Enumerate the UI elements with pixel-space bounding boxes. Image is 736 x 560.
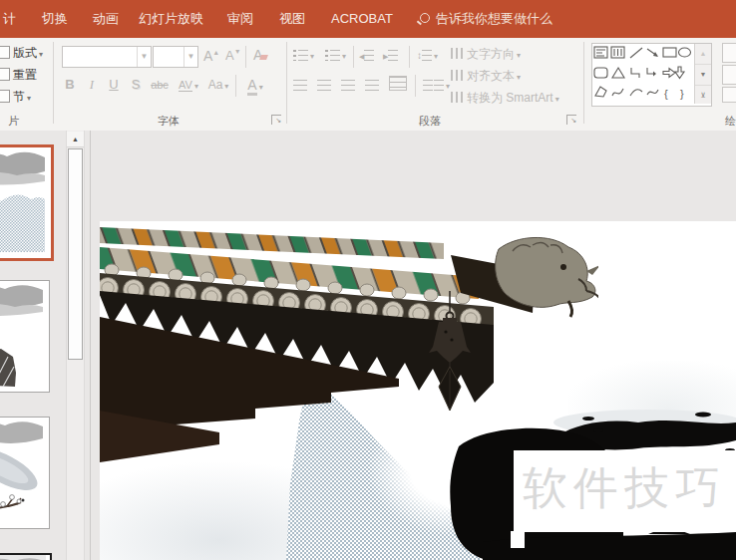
justify-button[interactable] <box>365 78 379 92</box>
thumbnail-4-preview <box>0 555 46 560</box>
distribute-button[interactable] <box>389 76 407 91</box>
smartart-icon <box>451 92 463 103</box>
grow-font-button[interactable]: A▲ <box>203 48 219 64</box>
font-name-combobox[interactable]: ▼ <box>62 46 152 68</box>
scroll-up-arrow[interactable]: ▲ <box>67 132 84 147</box>
numbering-button[interactable] <box>325 48 346 62</box>
powerpoint-window: 计 切换 动画 幻灯片放映 审阅 视图 ACROBAT 告诉我你想要做什么 版式… <box>0 0 736 560</box>
columns-icon <box>423 80 433 91</box>
search-icon <box>420 13 430 23</box>
small-separator <box>409 46 410 68</box>
justify-icon <box>365 80 379 91</box>
quick-styles-button-partial[interactable] <box>722 65 736 85</box>
italic-button[interactable]: I <box>84 75 100 95</box>
align-left-icon <box>293 80 307 91</box>
thumbnail-1-preview <box>0 147 45 252</box>
section-icon <box>0 90 10 103</box>
thumbnail-2-preview <box>0 281 43 388</box>
group-separator <box>53 42 54 124</box>
ribbon-tab-bar: 计 切换 动画 幻灯片放映 审阅 视图 ACROBAT 告诉我你想要做什么 <box>0 0 736 38</box>
workspace: ▲ <box>0 131 736 560</box>
align-center-icon <box>317 80 331 91</box>
shrink-font-button[interactable]: A▼ <box>225 48 241 63</box>
tell-me-search[interactable]: 告诉我你想要做什么 <box>436 0 552 38</box>
columns-button[interactable] <box>423 78 450 92</box>
group-separator <box>286 42 287 124</box>
chevron-down-icon[interactable]: ▼ <box>137 47 151 67</box>
panel-divider[interactable] <box>90 131 91 560</box>
shape-fill-button-partial[interactable] <box>722 87 736 103</box>
paragraph-group-label: 段落 <box>419 114 441 129</box>
indent-left-icon <box>364 50 374 61</box>
gallery-scroll-up[interactable]: ▲ <box>695 44 711 65</box>
small-separator <box>235 75 236 97</box>
svg-text:{: { <box>664 88 668 100</box>
text-shadow-button[interactable]: S <box>128 75 144 95</box>
slides-group-label: 片 <box>8 114 19 129</box>
align-right-icon <box>341 80 355 91</box>
bold-button[interactable]: B <box>62 75 78 95</box>
small-separator <box>415 75 416 97</box>
svg-text:}: } <box>680 88 684 100</box>
character-spacing-button[interactable]: AV <box>176 75 201 95</box>
align-left-button[interactable] <box>293 78 307 92</box>
tab-animations[interactable]: 动画 <box>93 0 119 38</box>
arrange-button-partial[interactable] <box>722 43 736 63</box>
layout-button[interactable]: 版式 <box>0 45 43 62</box>
bullets-icon <box>293 50 296 61</box>
align-text-button[interactable]: 对齐文本 <box>451 68 521 85</box>
line-spacing-icon <box>422 50 432 61</box>
distribute-icon <box>389 76 407 91</box>
align-right-button[interactable] <box>341 78 355 92</box>
text-direction-button[interactable]: 文字方向 <box>451 46 521 63</box>
indent-right-icon <box>388 50 398 61</box>
tab-view[interactable]: 视图 <box>279 0 305 38</box>
slide-thumbnail-3[interactable] <box>0 417 50 529</box>
chevron-down-icon[interactable]: ▼ <box>184 47 197 67</box>
tab-design-partial[interactable]: 计 <box>3 0 16 38</box>
small-separator <box>245 46 246 68</box>
scrollbar-thumb[interactable] <box>68 148 83 360</box>
slide-thumbnail-2[interactable] <box>0 280 50 393</box>
tab-review[interactable]: 审阅 <box>227 0 253 38</box>
gallery-scroll-down[interactable]: ▼ <box>695 65 711 86</box>
tab-acrobat[interactable]: ACROBAT <box>331 0 393 38</box>
paragraph-dialog-launcher[interactable]: ↘ <box>566 115 576 125</box>
group-separator <box>583 42 584 124</box>
numbering-icon <box>325 50 328 61</box>
tab-transitions[interactable]: 切换 <box>42 0 68 38</box>
slide-canvas[interactable]: 软件技巧 <box>100 221 736 560</box>
thumbnail-scrollbar[interactable]: ▲ <box>66 131 85 560</box>
eraser-icon <box>259 55 268 60</box>
thumbnail-3-preview <box>0 418 43 524</box>
strikethrough-button[interactable]: abc <box>148 75 172 95</box>
section-button[interactable]: 节 <box>0 89 31 106</box>
reset-button[interactable]: 重置 <box>0 67 37 84</box>
watermark-notch <box>511 531 525 548</box>
small-separator <box>353 46 354 68</box>
line-spacing-button[interactable]: ↕ <box>417 48 438 62</box>
align-center-button[interactable] <box>317 78 331 92</box>
font-size-combobox[interactable]: ▼ <box>153 46 198 68</box>
ribbon: 版式 重置 节 片 ▼ ▼ A▲ A▼ A B I U S abc AV Aa … <box>0 38 736 132</box>
slide-thumbnail-1-selected[interactable] <box>0 144 54 261</box>
gallery-more-button[interactable]: ⊻ <box>695 86 711 106</box>
decrease-indent-button[interactable]: ◀ <box>359 48 374 62</box>
font-color-button[interactable]: A <box>245 75 265 95</box>
gallery-scroll: ▲ ▼ ⊻ <box>694 44 711 104</box>
convert-smartart-button[interactable]: 转换为 SmartArt <box>451 90 559 107</box>
font-dialog-launcher[interactable]: ↘ <box>271 115 281 125</box>
shape-icons: { } <box>592 44 692 102</box>
slide-thumbnail-4-partial[interactable] <box>0 553 52 560</box>
underline-button[interactable]: U <box>106 75 122 95</box>
layout-icon <box>0 46 10 59</box>
change-case-button[interactable]: Aa <box>207 75 229 95</box>
tab-slideshow[interactable]: 幻灯片放映 <box>139 0 203 38</box>
increase-indent-button[interactable]: ▶ <box>383 48 398 62</box>
reset-icon <box>0 68 10 81</box>
drawing-group-label: 绘 <box>725 114 736 129</box>
shapes-gallery[interactable]: { } ▲ ▼ ⊻ <box>591 43 712 107</box>
bullets-button[interactable] <box>293 48 314 62</box>
clear-formatting-button[interactable]: A <box>253 47 267 63</box>
watermark-text: 软件技巧 <box>523 458 736 518</box>
